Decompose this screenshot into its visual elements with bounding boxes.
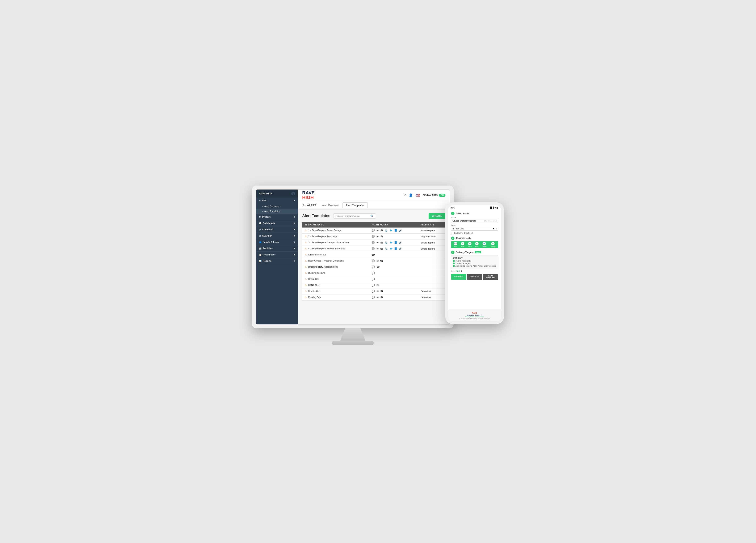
save-template-button[interactable]: SAVE TEMPLATE bbox=[483, 274, 498, 280]
phone-snapsend-label: Enable For SnapSend bbox=[454, 232, 473, 234]
sidebar-section-facilities: 🏢Facilities ∨ bbox=[256, 246, 298, 252]
phone-section-alert-methods: 2 Alert Methods 💬 Text ✉ Email bbox=[451, 237, 498, 248]
alert-note: Alert will be sent via RSS, Twitter and … bbox=[455, 265, 496, 267]
cell-name: ⚠ H1N1 Alert bbox=[302, 282, 369, 288]
sidebar-section-collaborate: 💬Collaborate ∨ bbox=[256, 220, 298, 227]
method-twitter[interactable]: 🐦 Twitter bbox=[482, 242, 487, 247]
table-row[interactable]: ⚠ All hands con call ☎ bbox=[302, 252, 445, 258]
sidebar-item-reports[interactable]: 📊Reports ∨ bbox=[256, 258, 298, 264]
table-row[interactable]: ⚠ Parking Ban 💬 ✉ ☎ Demo List bbox=[302, 294, 445, 300]
schedule-button[interactable]: SCHEDULE bbox=[467, 274, 482, 280]
method-text[interactable]: 💬 Text bbox=[454, 242, 457, 247]
app-layout: RAVE HIGH ‹ ⚠Alert ∧ Alert Overview bbox=[256, 190, 450, 324]
chevron-people-icon: ∨ bbox=[293, 241, 295, 244]
phone-battery-icon: ▓ bbox=[497, 207, 498, 209]
tags-info-icon: ℹ bbox=[461, 270, 462, 272]
phone-name-row: Severe Weather Warning 18 characters lef… bbox=[451, 219, 498, 223]
method-voice[interactable]: ☎ Voice bbox=[468, 242, 471, 247]
cell-name: ⚠ Health Alert bbox=[302, 288, 369, 294]
help-icon[interactable]: ? bbox=[404, 193, 406, 197]
chevron-icon: ∧ bbox=[293, 199, 295, 202]
table-row[interactable]: ⚠ H1N1 Alert 💬 ✉ bbox=[302, 282, 445, 288]
email-method-icon: ✉ bbox=[462, 243, 463, 245]
user-icon[interactable]: 👤 bbox=[409, 193, 413, 197]
table-row[interactable]: ⚠ Dr On Call 💬 bbox=[302, 276, 445, 282]
modes-icons: 💬 ✉ ☎ 📡 🐦 📘 🔊 bbox=[372, 229, 402, 232]
summary-row-recipients: 31,543 Recipients bbox=[453, 260, 496, 262]
tags-label: Tags bbox=[451, 270, 455, 272]
people-nav-icon: 👥 bbox=[259, 241, 261, 243]
search-input[interactable] bbox=[336, 215, 369, 217]
tags-edit-btn[interactable]: EDIT bbox=[456, 270, 460, 272]
chevron-facilities-icon: ∨ bbox=[293, 247, 295, 250]
chevron-prepare-icon: ∨ bbox=[293, 216, 295, 218]
row-alert-icon: ⚠ bbox=[305, 272, 307, 274]
continue-button[interactable]: CONTINUE bbox=[451, 274, 466, 280]
sidebar-collapse-btn[interactable]: ‹ bbox=[291, 192, 295, 196]
table-row[interactable]: ⚠ 2 - SmartPrepare Evacuation 💬 ✉ ☎ Prep… bbox=[302, 234, 445, 240]
sidebar-section-reports: 📊Reports ∨ bbox=[256, 258, 298, 264]
tab-alert-templates[interactable]: Alert Templates bbox=[343, 202, 367, 208]
cell-modes: ☎ bbox=[369, 252, 418, 258]
create-button[interactable]: CREATE bbox=[429, 213, 445, 219]
phone-type-dropdown-icon[interactable]: ▼ bbox=[492, 228, 495, 230]
cell-recipients: Demo List bbox=[418, 288, 445, 294]
cell-modes: 💬 ✉ ☎ 📡 🐦 📘 🔊 bbox=[369, 246, 418, 252]
monitor-screen: RAVE HIGH ‹ ⚠Alert ∧ Alert Overview bbox=[256, 189, 450, 324]
breadcrumb-alert-icon: ⚠ bbox=[302, 204, 305, 207]
sidebar-item-guardian[interactable]: ◎Guardian ∨ bbox=[256, 233, 298, 239]
table-row[interactable]: ⚠ Health Alert 💬 ✉ ☎ Demo List bbox=[302, 288, 445, 294]
phone-footer-links: Privacy Policy · Terms of Use bbox=[450, 316, 499, 317]
delivery-edit-btn[interactable]: EDIT bbox=[475, 251, 481, 253]
prepare-nav-icon: ⚙ bbox=[259, 216, 261, 218]
sidebar-item-collaborate[interactable]: 💬Collaborate ∨ bbox=[256, 220, 298, 226]
cell-recipients: Demo List bbox=[418, 294, 445, 300]
flag-icon[interactable]: 🇺🇸 bbox=[416, 193, 420, 197]
row-alert-icon: ⚠ bbox=[305, 290, 307, 292]
monitor-body: RAVE HIGH ‹ ⚠Alert ∧ Alert Overview bbox=[252, 186, 454, 328]
method-desktop[interactable]: 🖥 Desktop bbox=[490, 242, 496, 247]
top-bar: RAVE HIGH ? 👤 🇺🇸 SEND ALERTS ON bbox=[298, 190, 450, 201]
row-alert-icon: ⚠ bbox=[305, 260, 307, 262]
cell-recipients bbox=[418, 252, 445, 258]
resources-nav-icon: 📋 bbox=[259, 254, 261, 256]
phone-snapsend-checkbox[interactable] bbox=[451, 232, 453, 234]
row-alert-icon: ⚠ bbox=[305, 266, 307, 268]
search-box: 🔍 bbox=[333, 214, 376, 219]
tab-alert-overview[interactable]: Alert Overview bbox=[319, 202, 342, 208]
table-row[interactable]: ⚠ 3 - SmartPrepare Transport Interruptio… bbox=[302, 240, 445, 246]
monitor: RAVE HIGH ‹ ⚠Alert ∧ Alert Overview bbox=[252, 186, 454, 345]
row-alert-icon: ⚠ bbox=[305, 247, 307, 250]
phone-name-hint: 18 characters left bbox=[484, 220, 497, 222]
phone-name-label: Name: bbox=[451, 217, 498, 219]
table-row[interactable]: ⚠ Breaking story reassignment 💬 ☎ bbox=[302, 264, 445, 270]
method-rss[interactable]: ◉ RSS bbox=[475, 242, 479, 247]
send-alerts-toggle[interactable]: ON bbox=[439, 194, 445, 197]
collaborate-nav-icon: 💬 bbox=[259, 222, 261, 225]
sidebar-item-people[interactable]: 👥People & Lists ∨ bbox=[256, 239, 298, 245]
method-voice-label: Voice bbox=[468, 246, 471, 247]
table-row[interactable]: ⚠ Base Closed - Weather Conditions 💬 ✉ ☎ bbox=[302, 258, 445, 264]
phone-snapsend-row: Enable For SnapSend bbox=[451, 232, 498, 234]
sidebar-sub-alert-overview[interactable]: Alert Overview bbox=[256, 204, 298, 209]
scene: RAVE HIGH ‹ ⚠Alert ∧ Alert Overview bbox=[252, 186, 504, 358]
cell-name: ⚠ All hands con call bbox=[302, 252, 369, 258]
method-rss-label: RSS bbox=[475, 246, 478, 247]
table-row[interactable]: ⚠ Building Closure 💬 bbox=[302, 270, 445, 276]
page-header: Alert Templates 🔍 CREATE bbox=[302, 213, 445, 219]
sidebar-sub-alert-templates[interactable]: Alert Templates bbox=[256, 209, 298, 214]
table-row[interactable]: ⚠ 4 - SmartPrepare Shelter Information 💬… bbox=[302, 246, 445, 252]
phone-wifi-icon: ⌾ bbox=[495, 207, 496, 209]
sidebar-item-command[interactable]: ◎Command ∨ bbox=[256, 227, 298, 233]
phone-type-info-icon: ℹ bbox=[496, 228, 497, 230]
sidebar-item-resources[interactable]: 📋Resources ∨ bbox=[256, 252, 298, 258]
modes-icons: 💬 ✉ ☎ 📡 🐦 📘 🔊 bbox=[372, 241, 402, 244]
sidebar-item-prepare[interactable]: ⚙Prepare ∨ bbox=[256, 214, 298, 220]
table-row[interactable]: ⚠ 1 - SmartPrepare Power Outage 💬 ✉ ☎ 📡 … bbox=[302, 228, 445, 234]
sidebar-item-alert[interactable]: ⚠Alert ∧ bbox=[256, 198, 298, 204]
logo-high: HIGH bbox=[302, 195, 315, 200]
method-email[interactable]: ✉ Email bbox=[461, 242, 465, 247]
chevron-command-icon: ∨ bbox=[293, 228, 295, 231]
sidebar-item-facilities[interactable]: 🏢Facilities ∨ bbox=[256, 246, 298, 252]
desktop-method-icon: 🖥 bbox=[492, 243, 494, 245]
